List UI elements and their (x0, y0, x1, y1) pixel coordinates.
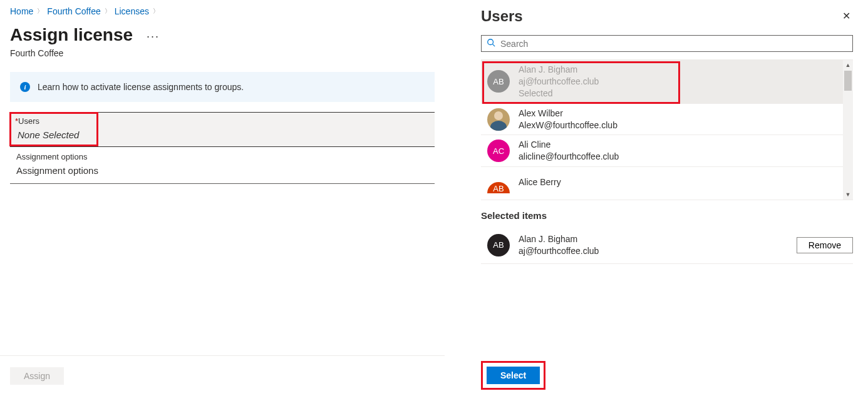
close-icon[interactable]: ✕ (840, 8, 853, 24)
search-box[interactable] (481, 35, 853, 52)
select-button-highlight: Select (481, 361, 545, 390)
panel-footer: Select (466, 352, 868, 396)
assign-button[interactable]: Assign (10, 367, 64, 385)
avatar: AC (487, 140, 510, 162)
search-input[interactable] (500, 39, 847, 49)
user-row-alex-wilber[interactable]: Alex Wilber AlexW@fourthcoffee.club (481, 104, 843, 136)
breadcrumb-fourth-coffee[interactable]: Fourth Coffee (47, 6, 100, 16)
user-name: Alice Berry (519, 176, 561, 188)
scrollbar[interactable]: ▲ ▼ (843, 60, 853, 200)
info-icon: i (20, 82, 30, 92)
selected-item-row: AB Alan J. Bigham aj@fourthcoffee.club R… (481, 230, 853, 264)
chevron-icon: 〉 (153, 7, 159, 16)
selected-items-section: Selected items AB Alan J. Bigham aj@four… (466, 200, 868, 264)
breadcrumb-home[interactable]: Home (10, 6, 33, 16)
user-email: aj@fourthcoffee.club (519, 245, 599, 257)
users-field[interactable]: *Users None Selected (10, 113, 435, 146)
selected-items-title: Selected items (481, 210, 853, 221)
users-field-highlight (9, 112, 98, 146)
assignment-value: Assignment options (16, 165, 430, 176)
user-email: alicline@fourthcoffee.club (519, 151, 619, 163)
scroll-thumb[interactable] (844, 71, 852, 91)
user-row-ali-cline[interactable]: AC Ali Cline alicline@fourthcoffee.club (481, 135, 843, 167)
avatar: AB (487, 234, 510, 256)
avatar (487, 108, 510, 131)
remove-button[interactable]: Remove (797, 237, 853, 253)
info-bar-text: Learn how to activate license assignment… (38, 82, 244, 92)
select-button[interactable]: Select (487, 367, 540, 384)
avatar: AB (487, 182, 510, 193)
panel-title: Users (481, 8, 523, 25)
search-icon (487, 38, 495, 49)
breadcrumb-licenses[interactable]: Licenses (115, 6, 149, 16)
page-title: Assign license (10, 25, 133, 45)
svg-line-1 (493, 44, 495, 47)
user-row-alan-bigham[interactable]: AB Alan J. Bigham aj@fourthcoffee.club S… (481, 60, 843, 104)
more-button[interactable]: ··· (144, 28, 162, 46)
assignment-label: Assignment options (16, 152, 430, 161)
info-bar: i Learn how to activate license assignme… (10, 72, 435, 102)
scroll-down-icon[interactable]: ▼ (843, 190, 853, 200)
user-name: Alex Wilber (519, 108, 617, 119)
users-panel: Users ✕ AB Alan J. Bigham aj@fourthcoffe… (466, 0, 868, 396)
user-list: AB Alan J. Bigham aj@fourthcoffee.club S… (481, 59, 853, 200)
chevron-icon: 〉 (37, 7, 43, 16)
svg-point-0 (488, 39, 493, 45)
scroll-up-icon[interactable]: ▲ (843, 60, 853, 70)
user-name: Ali Cline (519, 139, 619, 151)
chevron-icon: 〉 (105, 7, 111, 16)
user-row-highlight (482, 61, 680, 104)
user-row-alice-berry[interactable]: AB Alice Berry (481, 167, 843, 197)
user-email: AlexW@fourthcoffee.club (519, 119, 617, 131)
page-footer: Assign (0, 355, 445, 396)
user-name: Alan J. Bigham (519, 233, 599, 245)
assignment-field[interactable]: Assignment options Assignment options (10, 147, 435, 184)
